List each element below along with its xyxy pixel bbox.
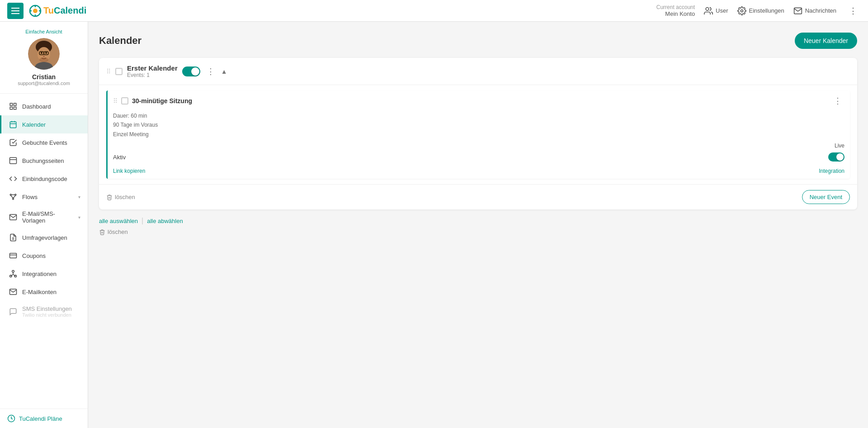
sidebar-nav: Dashboard Kalender Gebuchte Events bbox=[0, 94, 88, 409]
calendar-more-button[interactable]: ⋮ bbox=[204, 66, 217, 77]
chevron-down-icon: ▾ bbox=[78, 195, 80, 200]
content-header: Kalender Neuer Kalender bbox=[99, 33, 857, 49]
nachrichten-nav-item[interactable]: Nachrichten bbox=[793, 6, 836, 15]
email-template-icon bbox=[9, 213, 18, 222]
event-meeting-type: Einzel Meeting bbox=[113, 130, 844, 139]
sidebar-item-umfragevorlagen[interactable]: Umfragevorlagen bbox=[0, 228, 88, 247]
svg-point-1 bbox=[33, 9, 38, 13]
tucalendi-plaene-link[interactable]: TuCalendi Pläne bbox=[7, 414, 80, 423]
sidebar-item-emailkonten[interactable]: E-Mailkonten bbox=[0, 283, 88, 301]
sidebar-item-label: Coupons bbox=[22, 252, 46, 259]
sidebar-profile: Einfache Ansicht bbox=[0, 22, 88, 94]
integration-button[interactable]: Integration bbox=[819, 168, 844, 174]
flow-icon bbox=[9, 192, 18, 201]
event-drag-handle[interactable]: ⠿ bbox=[113, 97, 118, 105]
calendar-icon bbox=[9, 120, 18, 129]
svg-point-31 bbox=[13, 198, 14, 200]
event-duration: Dauer: 60 min bbox=[113, 111, 844, 120]
sidebar-item-integrationen[interactable]: Integrationen bbox=[0, 265, 88, 283]
event-links: Link kopieren Integration bbox=[108, 165, 850, 179]
calendar-card-header: ⠿ Erster Kalender Events: 1 ⋮ ▲ bbox=[99, 58, 857, 85]
einstellungen-nav-item[interactable]: Einstellungen bbox=[737, 6, 784, 15]
hamburger-button[interactable] bbox=[7, 3, 24, 19]
alle-auswaehlen-button[interactable]: alle auswählen bbox=[99, 218, 138, 224]
calendar-card: ⠿ Erster Kalender Events: 1 ⋮ ▲ bbox=[99, 58, 857, 209]
coupon-icon bbox=[9, 251, 18, 260]
event-checkbox[interactable] bbox=[121, 97, 128, 105]
calendar-collapse-button[interactable]: ▲ bbox=[221, 68, 227, 75]
sidebar-item-email-sms[interactable]: E-Mail/SMS-Vorlagen ▾ bbox=[0, 206, 88, 228]
integrations-icon bbox=[9, 269, 18, 278]
sidebar-item-coupons[interactable]: Coupons bbox=[0, 247, 88, 265]
sidebar-item-kalender[interactable]: Kalender bbox=[0, 115, 88, 133]
neuer-event-button[interactable]: Neuer Event bbox=[802, 190, 850, 204]
sms-icon bbox=[9, 307, 18, 316]
main-layout: Einfache Ansicht bbox=[0, 22, 868, 428]
user-nav-item[interactable]: User bbox=[704, 6, 728, 15]
alle-abwaehlen-button[interactable]: alle abwählen bbox=[147, 218, 183, 224]
sidebar-item-label: Einbindungscode bbox=[22, 176, 67, 182]
svg-point-12 bbox=[45, 52, 47, 54]
svg-rect-37 bbox=[10, 253, 17, 258]
drag-handle[interactable]: ⠿ bbox=[106, 68, 111, 75]
sidebar-item-sublabel: Twilio nicht verbunden bbox=[22, 312, 72, 318]
trash-icon-bottom bbox=[99, 229, 105, 235]
logo-text: TuCalendi bbox=[43, 5, 86, 16]
profile-name: Cristian bbox=[32, 73, 56, 81]
event-aktiv-label: Aktiv bbox=[113, 154, 126, 161]
sidebar-item-gebuchte-events[interactable]: Gebuchte Events bbox=[0, 133, 88, 152]
check-icon bbox=[9, 138, 18, 147]
logo: TuCalendi bbox=[29, 5, 86, 17]
svg-rect-27 bbox=[10, 157, 17, 164]
browser-icon bbox=[9, 156, 18, 165]
sidebar-item-buchungsseiten[interactable]: Buchungsseiten bbox=[0, 152, 88, 170]
link-kopieren-button[interactable]: Link kopieren bbox=[113, 168, 145, 174]
sidebar-item-label: Buchungsseiten bbox=[22, 157, 64, 164]
sidebar-item-label: Flows bbox=[22, 194, 38, 200]
profile-email: support@tucalendi.com bbox=[18, 81, 70, 86]
event-details: Dauer: 60 min 90 Tage im Voraus Einzel M… bbox=[108, 111, 850, 143]
event-aktiv-row: Aktiv bbox=[108, 151, 850, 165]
svg-line-34 bbox=[13, 195, 15, 198]
calendar-events-count: Events: 1 bbox=[127, 72, 178, 78]
calendar-toggle[interactable] bbox=[182, 67, 200, 76]
calendar-checkbox[interactable] bbox=[115, 68, 123, 75]
svg-point-16 bbox=[43, 56, 45, 57]
sidebar-item-einbindungscode[interactable]: Einbindungscode bbox=[0, 170, 88, 188]
sidebar-item-dashboard[interactable]: Dashboard bbox=[0, 97, 88, 115]
avatar-image bbox=[28, 38, 60, 70]
sidebar-item-label: SMS Einstellungen bbox=[22, 305, 72, 312]
svg-rect-20 bbox=[14, 103, 16, 105]
event-live-row: Live bbox=[108, 143, 850, 151]
topnav-right: Current account Mein Konto User Einstell… bbox=[656, 4, 861, 18]
code-icon bbox=[9, 174, 18, 183]
mail-icon bbox=[793, 6, 802, 15]
survey-icon bbox=[9, 233, 18, 242]
avatar bbox=[28, 38, 60, 70]
sidebar-item-flows[interactable]: Flows ▾ bbox=[0, 188, 88, 206]
calendar-loeschen-button[interactable]: löschen bbox=[106, 194, 135, 200]
svg-line-33 bbox=[11, 195, 13, 198]
new-calendar-button[interactable]: Neuer Kalender bbox=[795, 33, 857, 49]
simple-view-link[interactable]: Einfache Ansicht bbox=[25, 29, 62, 34]
sidebar-footer: TuCalendi Pläne bbox=[0, 409, 88, 428]
mailkonten-icon bbox=[9, 287, 18, 296]
svg-rect-23 bbox=[10, 122, 16, 128]
svg-rect-19 bbox=[10, 103, 12, 105]
topnav-left: TuCalendi bbox=[7, 3, 86, 19]
main-content: Kalender Neuer Kalender ⠿ Erster Kalende… bbox=[88, 22, 868, 428]
event-more-button[interactable]: ⋮ bbox=[831, 95, 844, 107]
sidebar-item-label: Gebuchte Events bbox=[22, 139, 67, 146]
sidebar-item-label: Dashboard bbox=[22, 103, 51, 110]
event-name: 30-minütige Sitzung bbox=[132, 97, 827, 105]
bottom-loeschen-button[interactable]: löschen bbox=[99, 228, 128, 235]
more-button[interactable]: ⋮ bbox=[845, 4, 861, 18]
page-title: Kalender bbox=[99, 35, 142, 47]
svg-rect-21 bbox=[10, 107, 12, 109]
sidebar-item-label: E-Mailkonten bbox=[22, 289, 57, 295]
separator: | bbox=[142, 217, 143, 225]
settings-icon bbox=[737, 6, 746, 15]
svg-point-29 bbox=[10, 194, 11, 195]
event-advance: 90 Tage im Voraus bbox=[113, 120, 844, 129]
event-aktiv-toggle[interactable] bbox=[828, 152, 844, 162]
